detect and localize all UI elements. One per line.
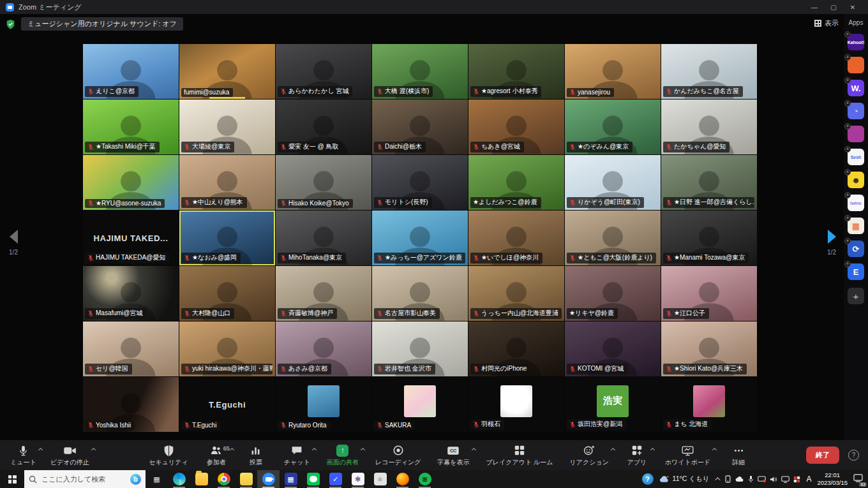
participant-tile[interactable]: Hisako Koike@Tokyo: [276, 155, 371, 210]
rail-app-twine[interactable]: + twine: [848, 195, 864, 211]
tray-expand-icon[interactable]: [715, 477, 721, 482]
participant-tile[interactable]: ★のぞみん@東京: [565, 100, 661, 154]
participant-tile[interactable]: Yoshika Ishii: [83, 377, 179, 432]
toolbar-whiteboard-button[interactable]: ホワイトボード: [661, 443, 717, 468]
taskbar-app-notepad[interactable]: ≡: [369, 470, 391, 488]
taskbar-app-edge[interactable]: [168, 470, 190, 488]
participant-tile[interactable]: ちあき@宮城: [468, 100, 564, 154]
toolbar-poll-button[interactable]: 投票: [241, 443, 274, 468]
toolbar-reaction-button[interactable]: リアクション: [565, 443, 615, 468]
toolbar-shield-button[interactable]: セキュリティ: [145, 443, 194, 468]
participant-tile[interactable]: yuki hirakawa@神奈川・藤野: [179, 322, 275, 376]
participant-tile[interactable]: ★Shiori Kato@兵庫三木: [661, 322, 757, 376]
minimize-button[interactable]: —: [805, 0, 824, 14]
chevron-up-icon[interactable]: [230, 447, 234, 452]
toolbar-video-button[interactable]: ビデオの停止: [47, 443, 96, 468]
chevron-up-icon[interactable]: [91, 447, 96, 452]
participant-tile[interactable]: ★中山えり@熊本: [179, 155, 275, 210]
onedrive-cloud-icon[interactable]: [735, 476, 744, 482]
taskbar-app-task-view[interactable]: ▦: [146, 470, 168, 488]
taskbar-app-chrome[interactable]: [213, 470, 235, 488]
toolbar-record-button[interactable]: レコーディング: [371, 443, 427, 468]
rail-app-wordwall[interactable]: + W.: [848, 80, 864, 96]
chevron-up-icon[interactable]: [472, 447, 476, 452]
participant-tile[interactable]: 愛実 友一 @ 鳥取: [276, 100, 371, 154]
bing-icon[interactable]: b: [130, 474, 141, 485]
end-meeting-button[interactable]: 終了: [806, 447, 839, 464]
participant-tile[interactable]: Daichi@栃木: [372, 100, 468, 154]
participant-tile[interactable]: HAJIMU TAKED... HAJIMU TAKEDA@愛知: [83, 211, 179, 265]
participant-tile[interactable]: 浩実 坂田浩実@新潟: [565, 377, 661, 432]
toolbar-cc-button[interactable]: CC 字幕を表示: [433, 443, 475, 468]
maximize-button[interactable]: ▢: [824, 0, 843, 14]
rail-app-app-smiley[interactable]: + ☻: [848, 172, 864, 188]
participant-tile[interactable]: ★なおみ@盛岡: [179, 211, 275, 265]
taskbar-app-sticky-notes[interactable]: [235, 470, 257, 488]
toolbar-participants-button[interactable]: 参加者 65: [201, 443, 234, 468]
rail-app-app-orange[interactable]: +: [848, 57, 864, 73]
participant-tile[interactable]: かんだみちこ@名古屋: [661, 44, 757, 99]
notification-center[interactable]: 43: [853, 473, 864, 485]
rail-app-app-blue-circle[interactable]: + ◔: [848, 103, 864, 119]
taskbar-app-zoom[interactable]: [257, 470, 280, 488]
participant-tile[interactable]: まち 北海道: [661, 377, 757, 432]
rail-app-app-magenta[interactable]: +: [848, 126, 864, 142]
participant-tile[interactable]: あらかわたかし 宮城: [276, 44, 371, 99]
taskbar-app-explorer[interactable]: [190, 470, 213, 488]
taskbar-clock[interactable]: 22:01 2023/03/15: [817, 471, 848, 487]
close-button[interactable]: ✕: [843, 0, 862, 14]
ime-indicator[interactable]: A: [806, 475, 811, 484]
chevron-up-icon[interactable]: [361, 447, 365, 452]
participant-tile[interactable]: 村岡光のiPhone: [468, 322, 564, 376]
participant-tile[interactable]: fumimi@suzuka: [179, 44, 275, 99]
taskbar-app-check-app[interactable]: ✓: [324, 470, 347, 488]
participant-tile[interactable]: yanasejirou: [565, 44, 661, 99]
taskbar-app-calendar[interactable]: ▦: [280, 470, 302, 488]
chevron-up-icon[interactable]: [712, 447, 717, 452]
toolbar-apps-button[interactable]: アプリ: [622, 443, 655, 468]
taskbar-app-line[interactable]: [302, 470, 324, 488]
participant-tile[interactable]: ★RYU@asone-suzuka: [83, 155, 179, 210]
taskbar-app-slack[interactable]: ✻: [347, 470, 369, 488]
participant-tile[interactable]: MihoTanaka@東京: [276, 211, 371, 265]
participant-tile[interactable]: ★日野 進一郎@吉備くらし…: [661, 155, 757, 210]
participant-tile[interactable]: たかちゃん@愛知: [661, 100, 757, 154]
participant-tile[interactable]: Ryutaro Orita: [276, 377, 371, 432]
toolbar-mic-button[interactable]: ミュート: [6, 443, 43, 468]
search-input[interactable]: [41, 475, 117, 483]
participant-tile[interactable]: りかぞう@町田(東京): [565, 155, 661, 210]
rail-app-app-e[interactable]: + E: [848, 263, 864, 280]
participant-tile[interactable]: えりこ@京都: [83, 44, 179, 99]
taskbar-search[interactable]: b: [24, 470, 146, 488]
add-app-button[interactable]: +: [848, 288, 864, 304]
taskbar-app-firefox[interactable]: [391, 470, 414, 488]
help-button[interactable]: ?: [848, 450, 859, 461]
taskbar-app-spotify[interactable]: ≋: [414, 470, 436, 488]
participant-tile[interactable]: モリトシ(長野): [372, 155, 468, 210]
participant-tile[interactable]: うっちー内山@北海道豊浦: [468, 266, 564, 321]
participant-tile[interactable]: ★よしだみつこ@鈴鹿: [468, 155, 564, 210]
start-button[interactable]: [0, 470, 24, 488]
participant-tile[interactable]: セリ@韓国: [83, 322, 179, 376]
participant-tile[interactable]: 大橋 渡(横浜市): [372, 44, 468, 99]
phone-icon[interactable]: [724, 475, 731, 483]
participant-tile[interactable]: 羽根石: [468, 377, 564, 432]
weather-widget[interactable]: 11°C くもり: [659, 475, 710, 484]
display-icon[interactable]: [781, 476, 789, 483]
participant-tile[interactable]: ★みっちー@アズワン鈴鹿: [372, 211, 468, 265]
participant-tile[interactable]: 岩井智也 金沢市: [372, 322, 468, 376]
toolbar-more-button[interactable]: 詳細: [723, 443, 756, 468]
mic-tray-icon[interactable]: [748, 475, 754, 483]
chevron-up-icon[interactable]: [312, 447, 317, 452]
toolbar-chat-button[interactable]: チャット: [280, 443, 317, 468]
chevron-up-icon[interactable]: [650, 447, 655, 452]
participant-tile[interactable]: 大村隆@山口: [179, 266, 275, 321]
toolbar-breakout-button[interactable]: ブレイクアウト ルーム: [483, 443, 560, 468]
participant-tile[interactable]: ★ともこ@大阪(鈴鹿より): [565, 211, 661, 265]
participant-tile[interactable]: ★Manami Tozawa@東京: [661, 211, 757, 265]
rail-app-app-grid[interactable]: + ▦: [848, 218, 864, 234]
participant-tile[interactable]: T.Eguchi T.Eguchi: [179, 377, 275, 432]
security-tray-icon[interactable]: [793, 476, 800, 483]
participant-tile[interactable]: ★江口公子: [661, 266, 757, 321]
volume-icon[interactable]: [770, 476, 777, 483]
